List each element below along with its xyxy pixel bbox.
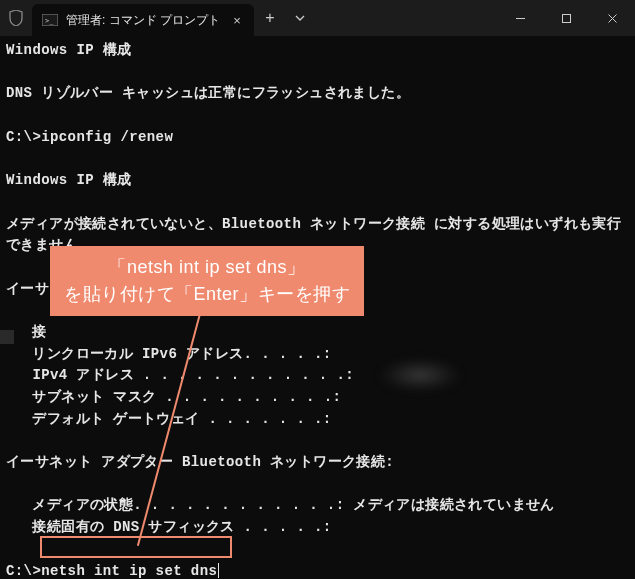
svg-text:>_: >_ [45,17,54,25]
cmd-icon: >_ [42,12,58,28]
terminal-line [6,105,629,127]
tab-dropdown-button[interactable] [286,0,314,36]
terminal-line: イーサネット アダプター Bluetooth ネットワーク接続: [6,452,629,474]
svg-rect-3 [562,14,570,22]
instruction-callout: 「netsh int ip set dns」 を貼り付けて「Enter」キーを押… [50,246,364,316]
terminal-line: Windows IP 構成 [6,170,629,192]
terminal-line [6,148,629,170]
shield-icon [0,0,32,36]
terminal-line: DNS リゾルバー キャッシュは正常にフラッシュされました。 [6,83,629,105]
terminal-line: デフォルト ゲートウェイ . . . . . . .: [6,409,629,431]
maximize-button[interactable] [543,0,589,36]
new-tab-button[interactable]: + [254,0,286,36]
terminal-line: C:\>ipconfig /renew [6,127,629,149]
callout-line2: を貼り付けて「Enter」キーを押す [64,281,350,308]
terminal-line: Windows IP 構成 [6,40,629,62]
terminal-line [6,62,629,84]
tab-title: 管理者: コマンド プロンプト [66,12,220,29]
tab-close-button[interactable]: × [228,11,246,29]
command-highlight [40,536,232,558]
callout-line1: 「netsh int ip set dns」 [64,254,350,281]
active-tab[interactable]: >_ 管理者: コマンド プロンプト × [32,4,254,36]
close-window-button[interactable] [589,0,635,36]
titlebar-drag-area[interactable] [314,0,497,36]
redaction-smudge [380,358,460,392]
redaction-strip [0,330,14,344]
terminal-line [6,474,629,496]
terminal-line [6,192,629,214]
terminal-line [6,430,629,452]
minimize-button[interactable] [497,0,543,36]
terminal-line: メディアの状態. . . . . . . . . . . .: メディアは接続さ… [6,495,629,517]
text-caret [218,563,219,578]
terminal-line: C:\>netsh int ip set dns [6,561,629,580]
